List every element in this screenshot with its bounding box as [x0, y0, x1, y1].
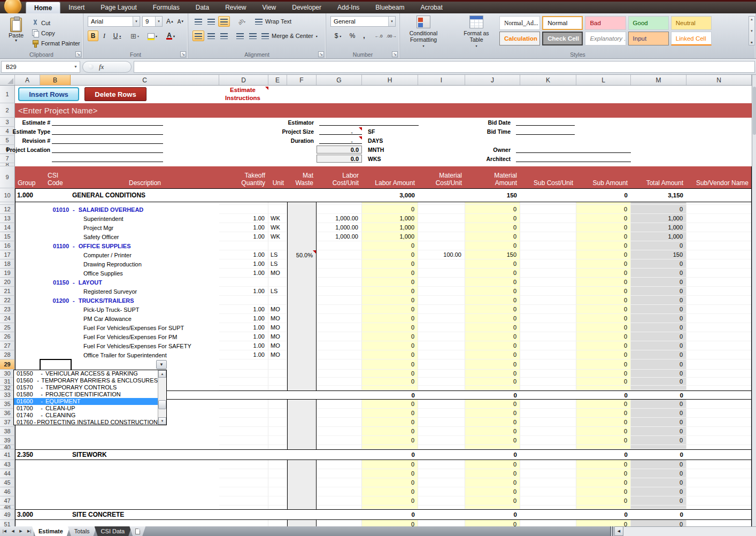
cell-M43[interactable]: 0	[631, 460, 686, 469]
cell-B23[interactable]	[40, 305, 71, 314]
cell-H41[interactable]: 0	[362, 449, 418, 460]
cell-J13[interactable]: 0	[465, 214, 520, 223]
cell-C17[interactable]: Computer / Printer	[71, 250, 219, 259]
row-header-17[interactable]: 17	[0, 250, 15, 259]
shrink-font-button[interactable]: A▼	[175, 16, 186, 27]
cell-G45[interactable]	[317, 478, 362, 487]
ribbon-tab-view[interactable]: View	[254, 2, 284, 13]
cell-C38[interactable]	[71, 427, 219, 436]
duration-weeks-cell[interactable]: 0.0	[317, 155, 362, 163]
cell-E22[interactable]	[268, 296, 287, 305]
cell-L46[interactable]: 0	[576, 487, 631, 496]
cell-N48[interactable]	[686, 506, 752, 509]
cell-C18[interactable]: Drawing Reproduction	[71, 259, 219, 269]
cell-L39[interactable]: 0	[576, 436, 631, 445]
cell-D10[interactable]	[219, 188, 268, 202]
cell-I16[interactable]	[418, 241, 465, 250]
row-header-33[interactable]: 33	[0, 390, 15, 400]
form-underline-left-7[interactable]	[52, 162, 163, 162]
horizontal-scrollbar-track[interactable]	[623, 526, 756, 536]
cell-A43[interactable]	[15, 460, 40, 469]
cell-G15[interactable]: 1,000.00	[317, 232, 362, 241]
cell-H12[interactable]: 0	[362, 205, 418, 214]
row-header-48[interactable]: 48	[0, 506, 15, 509]
cell-I15[interactable]	[418, 232, 465, 241]
bold-button[interactable]: B	[88, 30, 98, 41]
cell-M13[interactable]: 1,000	[631, 214, 686, 223]
cell-J41[interactable]: 0	[465, 449, 520, 460]
cell-H17[interactable]: 0	[362, 250, 418, 259]
cell-M48[interactable]	[631, 506, 686, 509]
cell-K35[interactable]	[520, 400, 576, 409]
font-size-combo[interactable]: 9▾	[142, 16, 163, 27]
cell-E37[interactable]	[268, 418, 287, 427]
cell-B24[interactable]	[40, 314, 71, 323]
cell-D40[interactable]	[219, 445, 268, 449]
row-header-15[interactable]: 15	[0, 232, 15, 241]
cell-A22[interactable]	[15, 296, 40, 305]
column-header-K[interactable]: K	[520, 75, 576, 85]
cell-C22[interactable]: -TRUCKS/TRAILERS	[71, 296, 219, 305]
cell-M24[interactable]: 0	[631, 314, 686, 323]
cell-F39[interactable]	[287, 436, 317, 445]
ribbon-tab-formulas[interactable]: Formulas	[145, 2, 188, 13]
column-header-C[interactable]: C	[71, 75, 219, 85]
cell-D25[interactable]: 1.00	[219, 323, 268, 332]
row-header-31[interactable]: 31	[0, 378, 15, 386]
cell-F49[interactable]	[287, 509, 317, 520]
cell-L25[interactable]: 0	[576, 323, 631, 332]
cell-E44[interactable]	[268, 469, 287, 478]
style-chip-good[interactable]: Good	[628, 16, 669, 30]
cell-N45[interactable]	[686, 478, 752, 487]
cell-E31[interactable]	[268, 378, 287, 386]
font-name-combo[interactable]: Arial▾	[88, 16, 140, 27]
cell-L29[interactable]: 0	[576, 359, 631, 370]
dropdown-item-01550[interactable]: 01550-VEHICULAR ACCESS & PARKING	[14, 370, 158, 377]
cell-D48[interactable]	[219, 506, 268, 509]
cell-D12[interactable]	[219, 205, 268, 214]
cell-E15[interactable]: WK	[268, 232, 287, 241]
cell-E12[interactable]	[268, 205, 287, 214]
cell-M12[interactable]: 0	[631, 205, 686, 214]
cell-M51[interactable]: 0	[631, 520, 686, 526]
cell-C16[interactable]: -OFFICE SUPPLIES	[71, 241, 219, 250]
cell-B51[interactable]	[40, 520, 71, 526]
cell-I29[interactable]	[418, 359, 465, 370]
cell-K22[interactable]	[520, 296, 576, 305]
cell-A38[interactable]	[15, 427, 40, 436]
cell-A17[interactable]	[15, 250, 40, 259]
alignment-dialog-launcher[interactable]	[318, 51, 324, 57]
cell-E51[interactable]	[268, 520, 287, 526]
dropdown-item-01600[interactable]: 01600-EQUIPMENT	[14, 398, 158, 405]
cell-L19[interactable]: 0	[576, 269, 631, 278]
cell-K15[interactable]	[520, 232, 576, 241]
style-chip-linked[interactable]: Linked Cell	[671, 32, 712, 45]
cell-D51[interactable]	[219, 520, 268, 526]
cell-L22[interactable]: 0	[576, 296, 631, 305]
cell-D35[interactable]	[219, 400, 268, 409]
style-chip-normal[interactable]: Normal	[542, 16, 583, 30]
cell-G46[interactable]	[317, 487, 362, 496]
cell-H20[interactable]: 0	[362, 278, 418, 287]
row-header-13[interactable]: 13	[0, 214, 15, 223]
cell-I38[interactable]	[418, 427, 465, 436]
cell-J18[interactable]: 0	[465, 259, 520, 269]
cell-N18[interactable]	[686, 259, 752, 269]
cell-C15[interactable]: Safety Officer	[71, 232, 219, 241]
ribbon-tab-insert[interactable]: Insert	[60, 2, 92, 13]
cell-L24[interactable]: 0	[576, 314, 631, 323]
cell-D23[interactable]: 1.00	[219, 305, 268, 314]
hscroll-left-icon[interactable]: ◀	[614, 526, 623, 536]
row-header-20[interactable]: 20	[0, 278, 15, 287]
column-header-J[interactable]: J	[465, 75, 520, 85]
cell-J46[interactable]: 0	[465, 487, 520, 496]
cell-G18[interactable]	[317, 259, 362, 269]
cell-M45[interactable]: 0	[631, 478, 686, 487]
cell-I22[interactable]	[418, 296, 465, 305]
cell-H27[interactable]: 0	[362, 341, 418, 350]
underline-button[interactable]: U▾	[110, 30, 124, 41]
cell-J23[interactable]: 0	[465, 305, 520, 314]
cell-L28[interactable]: 0	[576, 350, 631, 359]
cell-J38[interactable]: 0	[465, 427, 520, 436]
cell-K13[interactable]	[520, 214, 576, 223]
